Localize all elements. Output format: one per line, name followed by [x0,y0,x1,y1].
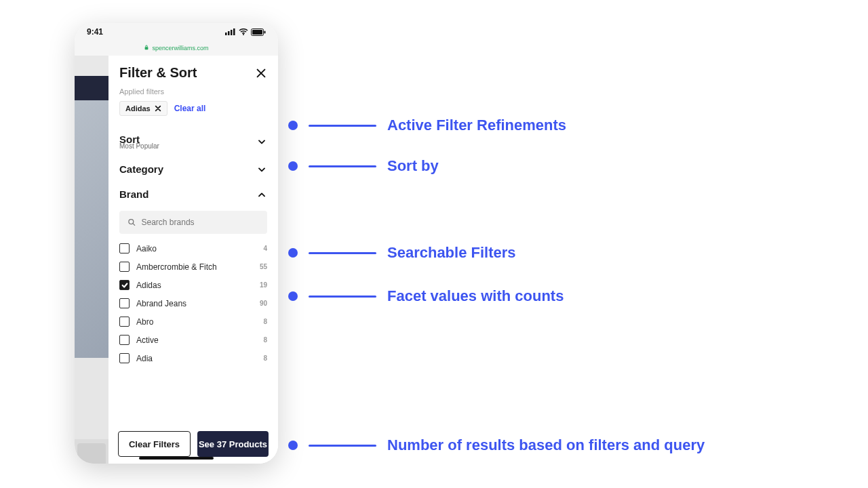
svg-rect-8 [145,47,149,49]
facet-item[interactable]: Active8 [119,335,267,345]
facet-item[interactable]: Abrand Jeans90 [119,298,267,308]
brand-title: Brand [119,188,149,200]
facet-label: Aaiko [136,244,157,253]
status-time: 9:41 [87,27,103,37]
applied-filters-label: Applied filters [119,87,267,96]
callout-searchable-filters: Searchable Filters [288,244,516,262]
checkbox-icon[interactable] [119,317,130,327]
clear-filters-button[interactable]: Clear Filters [118,431,191,457]
wifi-icon [239,28,248,35]
facet-count: 8 [263,354,267,362]
chevron-up-icon [256,189,267,200]
close-icon[interactable] [255,67,267,79]
phone-mockup: 9:41 spencerwilliams.com Filte [75,23,278,464]
facet-item[interactable]: Abro8 [119,317,267,327]
search-icon [127,218,136,227]
checkbox-icon[interactable] [119,262,130,272]
facet-item[interactable]: Ambercrombie & Fitch55 [119,262,267,272]
chevron-down-icon [256,164,267,175]
brand-search-input[interactable] [142,218,259,227]
category-accordion[interactable]: Category [119,157,267,182]
facet-item[interactable]: Adia8 [119,353,267,363]
facet-count: 4 [263,245,267,252]
facet-count: 8 [263,336,267,344]
status-bar: 9:41 [75,23,278,41]
checkbox-icon[interactable] [119,298,130,308]
facet-count: 55 [260,263,267,270]
facet-label: Abrand Jeans [136,299,186,308]
svg-rect-6 [252,30,262,35]
lock-icon [144,45,149,52]
checkbox-icon[interactable] [119,335,130,345]
svg-point-4 [243,34,244,35]
svg-rect-2 [231,30,233,35]
panel-title: Filter & Sort [119,65,197,81]
category-title: Category [119,163,163,175]
page-backdrop [75,56,108,464]
chevron-down-icon [256,136,267,147]
svg-rect-3 [233,28,235,35]
callout-facet-values: Facet values with counts [288,287,564,305]
callout-result-count: Number of results based on filters and q… [288,436,705,454]
facet-label: Ambercrombie & Fitch [136,262,217,272]
filter-sort-panel: Filter & Sort Applied filters Adidas Cle… [108,56,278,464]
callout-sort-by: Sort by [288,157,439,175]
sort-accordion[interactable]: Sort Most Popular [119,127,267,157]
facet-item[interactable]: Adidas19 [119,280,267,290]
status-icons [225,28,266,36]
see-products-button[interactable]: See 37 Products [197,431,269,457]
brand-facet-list: Aaiko4Ambercrombie & Fitch55Adidas19Abra… [119,243,267,370]
chip-remove-icon[interactable] [155,105,161,112]
brand-search[interactable] [119,211,267,234]
cellular-icon [225,28,236,35]
chip-label: Adidas [125,104,151,113]
facet-count: 8 [263,318,267,325]
sort-subtitle: Most Popular [119,142,159,150]
clear-all-link[interactable]: Clear all [174,104,206,113]
svg-rect-1 [228,31,230,35]
svg-rect-0 [225,33,227,35]
url-domain: spencerwilliams.com [152,45,208,52]
checkbox-icon[interactable] [119,353,130,363]
home-indicator [139,457,214,460]
brand-accordion[interactable]: Brand [119,182,267,207]
applied-filter-chip[interactable]: Adidas [119,101,167,116]
callout-active-refinements: Active Filter Refinements [288,117,566,134]
facet-label: Active [136,336,159,345]
facet-label: Adidas [136,281,161,290]
browser-url-bar[interactable]: spencerwilliams.com [75,41,278,56]
facet-count: 19 [260,281,267,289]
svg-rect-7 [264,30,266,33]
facet-item[interactable]: Aaiko4 [119,243,267,253]
facet-count: 90 [260,300,267,307]
checkbox-icon[interactable] [119,243,130,253]
facet-label: Abro [136,317,153,327]
battery-icon [251,28,266,36]
facet-label: Adia [136,354,153,363]
checkbox-icon[interactable] [119,280,130,290]
